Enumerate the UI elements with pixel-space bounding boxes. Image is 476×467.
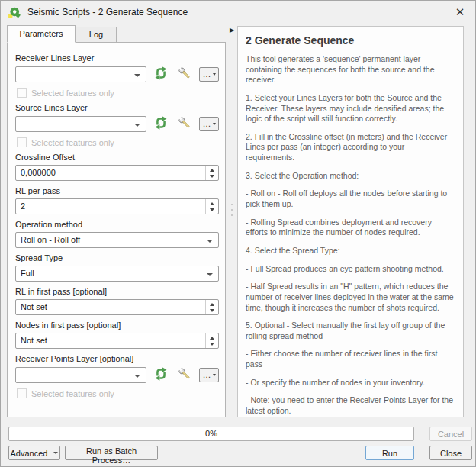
- receiver-selected-features-row: Selected features only: [17, 88, 219, 98]
- help-paragraph: This tool generates a 'sequence' permane…: [246, 54, 455, 85]
- chevron-down-icon: [213, 123, 216, 125]
- spin-up-icon: [210, 303, 214, 306]
- spin-value: Not set: [21, 336, 47, 345]
- iterate-over-layer-icon[interactable]: [152, 366, 170, 383]
- help-paragraph: - Full Spread produces an eye pattern sh…: [246, 264, 455, 275]
- title-bar: Seismic Scripts - 2 Generate Sequence ✕: [1, 1, 475, 24]
- tab-log[interactable]: Log: [76, 27, 117, 43]
- crossline-offset-spinbox[interactable]: 0,000000: [15, 165, 219, 181]
- qgis-logo-icon: [8, 6, 21, 19]
- receiver-lines-layer-label: Receiver Lines Layer: [15, 53, 219, 63]
- spin-down-icon: [210, 175, 214, 178]
- help-paragraph: 4. Select the Spread Type:: [246, 246, 455, 256]
- rl-per-pass-spinbox[interactable]: 2: [15, 198, 219, 214]
- selected-features-label: Selected features only: [31, 138, 114, 147]
- ellipsis-label: …: [203, 370, 211, 380]
- help-paragraph: 1. Select your Lines Layers for both the…: [246, 93, 455, 124]
- source-lines-layer-row: …: [15, 115, 219, 132]
- chevron-down-icon: [207, 273, 213, 276]
- receiver-points-layer-label: Receiver Points Layer [optional]: [15, 354, 219, 363]
- close-window-button[interactable]: ✕: [452, 4, 468, 21]
- browse-ellipsis-button[interactable]: …: [199, 117, 219, 131]
- browse-ellipsis-button[interactable]: …: [199, 368, 219, 382]
- spin-value: Not set: [21, 302, 47, 311]
- crossline-offset-label: Crossline Offset: [15, 153, 219, 162]
- parameters-panel: Receiver Lines Layer: [7, 42, 226, 417]
- spin-down-icon: [210, 343, 214, 346]
- help-paragraph: - Half Spread results in an "H" pattern,…: [246, 282, 455, 313]
- nodes-first-pass-spinbox[interactable]: Not set: [15, 333, 219, 349]
- ellipsis-label: …: [203, 69, 211, 79]
- help-paragraph: 3. Select the Operation method:: [246, 171, 455, 182]
- spread-type-select[interactable]: Full: [15, 266, 219, 282]
- advanced-label: Advanced: [11, 449, 48, 458]
- rl-first-pass-label: RL in first pass [optional]: [15, 287, 219, 296]
- spinner-arrows[interactable]: [205, 199, 218, 214]
- help-paragraph: 5. Optional - Select manually the first …: [246, 320, 455, 341]
- selected-features-checkbox[interactable]: [17, 388, 27, 398]
- advanced-options-wrench-icon[interactable]: [175, 366, 194, 383]
- help-paragraph: - Roll on - Roll off deploys all the nod…: [246, 188, 455, 209]
- iterate-over-layer-icon[interactable]: [152, 66, 170, 82]
- operation-method-select[interactable]: Roll on - Roll off: [15, 232, 219, 248]
- chevron-down-icon: [207, 240, 213, 243]
- receiver-lines-layer-row: …: [15, 66, 219, 82]
- rl-first-pass-spinbox[interactable]: Not set: [15, 299, 219, 315]
- source-lines-layer-label: Source Lines Layer: [15, 103, 219, 112]
- spin-value: 0,000000: [21, 168, 56, 177]
- spin-down-icon: [210, 208, 214, 211]
- help-paragraph: 2. Fill in the Crossline offset (in mete…: [246, 132, 455, 163]
- spin-up-icon: [210, 202, 214, 205]
- advanced-button[interactable]: Advanced: [8, 446, 60, 460]
- progress-bar: 0%: [8, 427, 414, 441]
- spread-type-label: Spread Type: [15, 253, 219, 262]
- iterate-over-layer-icon[interactable]: [152, 115, 170, 132]
- run-as-batch-button[interactable]: Run as Batch Process…: [65, 446, 158, 460]
- help-title: 2 Generate Sequence: [246, 34, 455, 47]
- spinner-arrows[interactable]: [205, 333, 218, 348]
- chevron-down-icon: [134, 74, 140, 77]
- spinner-arrows[interactable]: [205, 166, 218, 180]
- selected-features-checkbox[interactable]: [17, 88, 27, 98]
- chevron-down-icon: [213, 73, 216, 76]
- spin-up-icon: [210, 169, 214, 172]
- help-paragraph: - Or specify the number of nodes in your…: [246, 378, 455, 388]
- splitter-handle[interactable]: [230, 204, 233, 224]
- browse-ellipsis-button[interactable]: …: [199, 67, 219, 82]
- receiver-points-layer-row: …: [15, 366, 219, 383]
- help-paragraph: - Either choose the number of receiver l…: [246, 349, 455, 369]
- dialog-window: Seismic Scripts - 2 Generate Sequence ✕ …: [0, 0, 476, 467]
- tab-parameters[interactable]: Parameters: [7, 25, 76, 43]
- receiver-points-selected-features-row: Selected features only: [17, 388, 219, 398]
- chevron-down-icon: [213, 374, 216, 376]
- advanced-options-wrench-icon[interactable]: [175, 66, 194, 82]
- ellipsis-label: …: [203, 119, 211, 129]
- receiver-lines-layer-select[interactable]: [15, 66, 146, 82]
- source-selected-features-row: Selected features only: [17, 137, 219, 147]
- source-lines-layer-select[interactable]: [15, 116, 146, 132]
- chevron-down-icon: [134, 375, 140, 378]
- window-title: Seismic Scripts - 2 Generate Sequence: [27, 7, 452, 18]
- nodes-first-pass-label: Nodes in first pass [optional]: [15, 320, 219, 330]
- help-paragraph: - Rolling Spread combines deployment and…: [246, 217, 455, 238]
- advanced-options-wrench-icon[interactable]: [175, 115, 194, 132]
- spin-down-icon: [210, 309, 214, 312]
- combo-value: Full: [21, 269, 203, 278]
- spinner-arrows[interactable]: [205, 300, 218, 314]
- combo-value: Roll on - Roll off: [21, 235, 203, 244]
- rl-per-pass-label: RL per pass: [15, 186, 219, 195]
- spin-up-icon: [210, 337, 214, 340]
- selected-features-checkbox[interactable]: [17, 137, 27, 147]
- run-button[interactable]: Run: [365, 446, 414, 460]
- selected-features-label: Selected features only: [31, 389, 114, 398]
- close-button[interactable]: Close: [429, 446, 472, 460]
- receiver-points-layer-select[interactable]: [15, 367, 146, 383]
- chevron-down-icon: [53, 452, 58, 454]
- collapse-help-arrow-icon[interactable]: ▶: [227, 25, 236, 34]
- chevron-down-icon: [134, 124, 140, 127]
- cancel-button[interactable]: Cancel: [429, 427, 472, 441]
- help-panel: 2 Generate Sequence This tool generates …: [237, 26, 464, 417]
- help-paragraph: - Note: you need to enter the Receiver P…: [246, 395, 455, 416]
- operation-method-label: Operation method: [15, 220, 219, 229]
- selected-features-label: Selected features only: [31, 89, 114, 98]
